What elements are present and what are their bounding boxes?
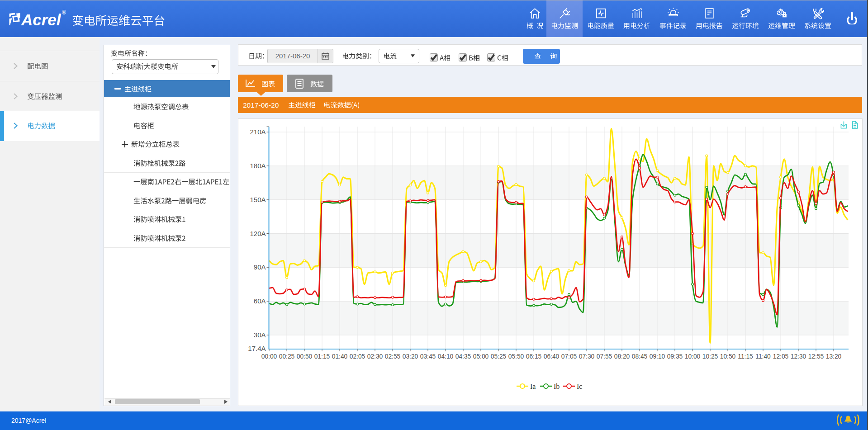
svg-text:09:35: 09:35 — [667, 353, 683, 360]
svg-text:05:50: 05:50 — [508, 353, 524, 360]
svg-text:01:15: 01:15 — [314, 353, 330, 360]
svg-text:180A: 180A — [250, 162, 266, 170]
svg-text:10:00: 10:00 — [685, 353, 701, 360]
svg-text:09:10: 09:10 — [650, 353, 665, 360]
svg-text:05:25: 05:25 — [491, 353, 507, 360]
svg-text:04:10: 04:10 — [438, 353, 454, 360]
svg-text:06:15: 06:15 — [526, 353, 542, 360]
svg-text:07:30: 07:30 — [579, 353, 595, 360]
svg-text:10:50: 10:50 — [720, 353, 736, 360]
svg-text:02:55: 02:55 — [385, 353, 401, 360]
svg-text:07:05: 07:05 — [561, 353, 577, 360]
svg-text:120A: 120A — [250, 230, 266, 237]
svg-text:08:20: 08:20 — [614, 353, 630, 360]
svg-text:210A: 210A — [250, 128, 266, 136]
svg-text:Ib: Ib — [554, 383, 560, 390]
svg-text:11:15: 11:15 — [738, 353, 753, 360]
svg-text:02:30: 02:30 — [367, 353, 383, 360]
svg-text:01:40: 01:40 — [332, 353, 348, 360]
svg-text:06:40: 06:40 — [544, 353, 560, 360]
svg-text:08:45: 08:45 — [632, 353, 648, 360]
svg-text:03:45: 03:45 — [420, 353, 436, 360]
svg-text:Ia: Ia — [530, 383, 536, 390]
svg-text:30A: 30A — [254, 331, 266, 339]
svg-text:05:00: 05:00 — [473, 353, 489, 360]
svg-text:12:55: 12:55 — [808, 353, 824, 360]
svg-text:17.4A: 17.4A — [248, 345, 266, 352]
svg-text:00:50: 00:50 — [297, 353, 313, 360]
svg-text:00:00: 00:00 — [261, 353, 277, 360]
svg-text:12:30: 12:30 — [791, 353, 806, 360]
svg-text:00:25: 00:25 — [279, 353, 295, 360]
svg-text:12:05: 12:05 — [773, 353, 789, 360]
svg-text:11:40: 11:40 — [755, 353, 771, 360]
svg-text:10:25: 10:25 — [702, 353, 718, 360]
svg-text:150A: 150A — [250, 196, 266, 203]
svg-text:07:55: 07:55 — [597, 353, 612, 360]
svg-text:02:05: 02:05 — [350, 353, 365, 360]
svg-text:13:20: 13:20 — [826, 353, 842, 360]
svg-text:Ic: Ic — [577, 383, 582, 390]
svg-text:04:35: 04:35 — [455, 353, 471, 360]
svg-text:60A: 60A — [254, 297, 266, 305]
svg-text:03:20: 03:20 — [403, 353, 418, 360]
svg-text:90A: 90A — [254, 263, 266, 271]
